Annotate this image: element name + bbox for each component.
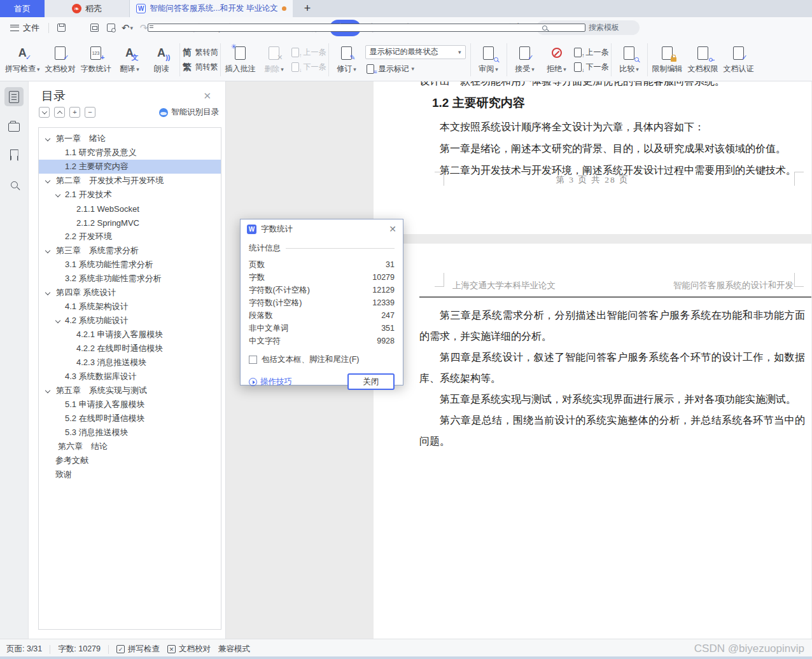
document-page-4[interactable]: 上海交通大学本科毕业论文 智能问答客服系统的设计和开发 第三章是系统需求分析，分… [374,244,811,639]
tab-home[interactable]: 首页 [0,0,45,17]
divider [220,43,221,76]
doc-permission-button[interactable]: 文档权限 [685,40,721,80]
chevron-down-icon[interactable] [45,248,50,253]
status-page[interactable]: 页面: 3/31 [6,644,42,655]
markup-state-select[interactable]: 显示标记的最终状态▾ [365,45,466,59]
toc-item[interactable]: 参考文献 [39,454,221,468]
chevron-down-icon[interactable] [55,192,60,197]
toc-item[interactable]: 4.2 系统功能设计 [39,314,221,328]
toc-item[interactable]: 5.3 消息推送模块 [39,426,221,440]
sidebar-tab-chapters[interactable] [4,116,24,135]
close-button[interactable]: 关闭 [347,373,395,390]
checkbox-icon[interactable] [249,356,257,364]
collapse-level-button[interactable]: − [85,107,95,118]
trad-to-simp-button[interactable]: 简 繁转简 [182,47,218,58]
word-count-button[interactable]: 123+ 字数统计 [78,40,114,80]
read-aloud-button[interactable]: A)) 朗读 [146,40,178,80]
toc-item[interactable]: 第三章 系统需求分析 [39,244,221,258]
toc-item[interactable]: 4.1 系统架构设计 [39,300,221,314]
toc-item[interactable]: 1.1 研究背景及意义 [39,146,221,160]
clipped-text-line[interactable]: 设计出一款在功能和用户体验等方面更加优化的智能客服问答系统。 [419,81,806,88]
dialog-titlebar[interactable]: W 字数统计 ✕ [241,219,403,239]
toc-item[interactable]: 2.1.1 WebSocket [39,202,221,216]
toc-item[interactable]: 1.2 主要研究内容 [39,160,221,174]
expand-all-button[interactable] [54,107,65,118]
toc-item[interactable]: 5.1 申请接入客服模块 [39,398,221,412]
chevron-down-icon[interactable] [45,178,50,183]
close-icon[interactable]: ✕ [389,224,396,234]
chevron-down-icon[interactable] [45,136,50,141]
toc-item[interactable]: 第六章 结论 [39,440,221,454]
toc-item[interactable]: 3.1 系统功能性需求分析 [39,258,221,272]
status-bar: 页面: 3/31 字数: 10279 ✓ 拼写检查 ✕ 文档校对 兼容模式 CS… [0,639,812,659]
toc-item[interactable]: 第五章 系统实现与测试 [39,384,221,398]
sidebar-tab-bookmarks[interactable] [4,146,24,165]
doc-proofread-button[interactable]: ✓ 文档校对 [43,40,78,80]
status-word-count[interactable]: 字数: 10279 [58,644,101,655]
show-markup-button[interactable]: ≡ 显示标记▾ [365,64,466,74]
toc-item[interactable]: 4.2.3 消息推送模块 [39,356,221,370]
body-paragraph[interactable]: 第三章是系统需求分析，分别描述出智能问答客户服务系统在功能和非功能方面的需求，并… [419,305,805,347]
expand-level-button[interactable]: + [69,107,80,118]
compare-button[interactable]: 比较▾ [613,40,645,80]
track-changes-button[interactable]: ✏ 修订▾ [331,40,363,80]
export-button[interactable] [71,21,85,35]
simp-to-trad-button[interactable]: 繁 简转繁 [182,62,218,73]
collapse-all-button[interactable] [39,107,50,118]
toc-item[interactable]: 4.2.2 在线即时通信模块 [39,342,221,356]
review-pane-button[interactable]: 审阅▾ [473,40,505,80]
smart-toc-button[interactable]: 智能识别目录 [159,107,219,118]
new-tab-button[interactable]: + [293,0,322,17]
restrict-edit-button[interactable]: 限制编辑 [650,40,685,80]
reject-change-button[interactable]: 拒绝▾ [541,40,573,80]
accept-change-button[interactable]: ✓ 接受▾ [509,40,541,80]
tab-docer[interactable]: ❧ 稻壳 [45,0,130,17]
toc-item[interactable]: 4.3 系统数据库设计 [39,370,221,384]
doc-auth-button[interactable]: ✓ 文档认证 [721,40,757,80]
print-preview-button[interactable] [104,21,118,35]
toc-item[interactable]: 2.1.2 SpringMVC [39,216,221,230]
body-paragraph[interactable]: 第四章是系统设计，叙述了智能问答客户服务系统各个环节的设计工作，如数据库、系统架… [419,347,805,389]
next-comment-button[interactable]: ↓ 下一条 [290,62,326,73]
next-change-button[interactable]: ↓ 下一条 [573,62,609,73]
section-heading[interactable]: 1.2 主要研究内容 [432,95,525,111]
toc-item[interactable]: 2.1 开发技术 [39,188,221,202]
file-menu-button[interactable]: 文件 [5,20,45,36]
save-button[interactable] [54,21,68,35]
spellcheck-button[interactable]: A✓ 拼写检查▾ [3,40,43,80]
undo-button[interactable]: ↶▾ [120,21,134,35]
chevron-down-icon[interactable] [55,318,60,323]
body-paragraph[interactable]: 第一章是绪论，阐述本文研究的背景、目的，以及研究成果对该领域的价值。 [419,138,805,160]
status-proofread[interactable]: ✕ 文档校对 [167,644,211,655]
translate-button[interactable]: A文 翻译▾ [114,40,146,80]
toc-item[interactable]: 4.2.1 申请接入客服模块 [39,328,221,342]
body-paragraph[interactable]: 第六章是总结，围绕当前设计的系统实施整体的分析，并总结系统各环节当中的问题。 [419,410,805,452]
include-footnotes-checkbox[interactable]: 包括文本框、脚注和尾注(F) [249,354,395,365]
page3-paragraphs[interactable]: 本文按照系统设计顺序将全文设计为六章，具体内容如下：第一章是绪论，阐述本文研究的… [419,116,805,181]
body-paragraph[interactable]: 第五章是系统实现与测试，对系统实现界面进行展示，并对各项功能实施测试。 [419,389,805,410]
body-paragraph[interactable]: 本文按照系统设计顺序将全文设计为六章，具体内容如下： [419,116,805,138]
toc-item[interactable]: 2.2 开发环境 [39,230,221,244]
toc-item[interactable]: 第四章 系统设计 [39,286,221,300]
print-button[interactable] [87,21,101,35]
sidebar-tab-search[interactable] [4,175,24,194]
sidebar-tab-outline[interactable] [4,87,24,106]
tab-document[interactable]: W 智能问答客服系统...和开发 毕业论文 [130,0,293,17]
toc-item[interactable]: 第一章 绪论 [39,132,221,146]
tips-link[interactable]: 操作技巧 [249,377,292,387]
toc-item[interactable]: 致谢 [39,468,221,482]
toc-item[interactable]: 第二章 开发技术与开发环境 [39,174,221,188]
chevron-down-icon[interactable] [45,290,50,295]
close-icon[interactable]: ✕ [203,90,211,102]
prev-change-button[interactable]: ↑ 上一条 [573,47,609,58]
toc-item[interactable]: 3.2 系统非功能性需求分析 [39,272,221,286]
toc-item[interactable]: 5.2 在线即时通信模块 [39,412,221,426]
page-header-right: 智能问答客服系统的设计和开发 [673,280,794,291]
page4-paragraphs[interactable]: 第三章是系统需求分析，分别描述出智能问答客户服务系统在功能和非功能方面的需求，并… [419,305,805,452]
status-spellcheck[interactable]: ✓ 拼写检查 [116,644,160,655]
prev-comment-button[interactable]: ↑ 上一条 [290,47,326,58]
insert-comment-button[interactable]: ✳ 插入批注 [223,40,258,80]
document-page-3[interactable]: 设计出一款在功能和用户体验等方面更加优化的智能客服问答系统。 1.2 主要研究内… [374,81,811,234]
delete-comment-button[interactable]: ✕ 删除▾ [258,40,290,80]
chevron-down-icon[interactable] [45,388,50,393]
